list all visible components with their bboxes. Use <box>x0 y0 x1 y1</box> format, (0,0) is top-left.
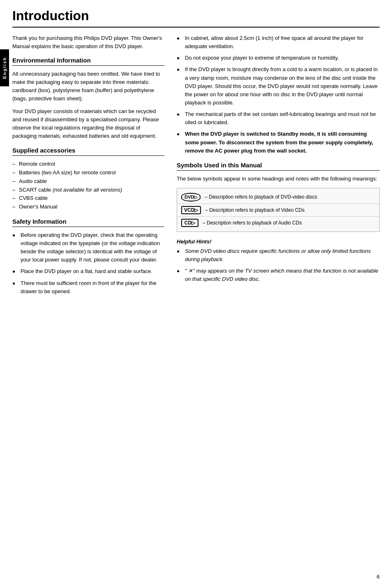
symbol-row-vcd: VCD▷ – Description refers to playback of… <box>177 204 379 217</box>
side-tab-label: English <box>2 57 7 79</box>
helpful-hints-list: Some DVD video discs require specific fu… <box>177 247 380 284</box>
symbol-row-cd: CD▷ – Description refers to playback of … <box>177 217 379 229</box>
right-bullet-list: In cabinet, allow about 2.5cm (1 inch) o… <box>177 34 380 155</box>
list-item: Some DVD video discs require specific fu… <box>177 247 380 264</box>
list-item-bold: When the DVD player is switched to Stand… <box>177 130 380 155</box>
content-area: Introduction Thank you for purchasing th… <box>12 0 380 302</box>
right-column: In cabinet, allow about 2.5cm (1 inch) o… <box>177 34 380 302</box>
list-item: In cabinet, allow about 2.5cm (1 inch) o… <box>177 34 380 51</box>
italic-text: (not available for all versions) <box>53 187 122 193</box>
helpful-hints-section: Helpful Hints! Some DVD video discs requ… <box>177 238 380 284</box>
environmental-section: Environmental Information All unnecessar… <box>12 57 164 140</box>
list-item: There must be sufficient room in front o… <box>12 279 164 296</box>
list-item: Do not expose your player to extreme of … <box>177 54 380 62</box>
symbols-section: Symbols Used in this Manual The below sy… <box>177 162 380 232</box>
vcd-badge: VCD▷ <box>181 206 201 214</box>
list-item: Remote control <box>12 160 164 169</box>
safety-bullet-list: Before operating the DVD player, check t… <box>12 231 164 296</box>
environmental-para1: All unnecessary packaging has been omitt… <box>12 70 164 103</box>
list-item: Owner's Manual <box>12 203 164 211</box>
symbols-heading: Symbols Used in this Manual <box>177 162 380 171</box>
two-column-layout: Thank you for purchasing this Philips DV… <box>12 34 380 302</box>
list-item: Batteries (two AA size) for remote contr… <box>12 169 164 177</box>
list-item: SCART cable (not available for all versi… <box>12 186 164 194</box>
list-item: If the DVD player is brought directly fr… <box>177 65 380 107</box>
list-item: Audio cable <box>12 177 164 186</box>
helpful-hints-title: Helpful Hints! <box>177 238 380 245</box>
supplied-heading: Supplied accessories <box>12 147 164 156</box>
vcd-desc: – Description refers to playback of Vide… <box>205 207 304 213</box>
list-item: Place the DVD player on a flat, hard and… <box>12 267 164 275</box>
supplied-section: Supplied accessories Remote control Batt… <box>12 147 164 211</box>
symbols-intro: The below symbols appear in some heading… <box>177 175 380 183</box>
safety-section: Safety Information Before operating the … <box>12 218 164 296</box>
environmental-heading: Environmental Information <box>12 57 164 66</box>
symbol-row-dvd: DVD▷ – Description refers to playback of… <box>177 191 379 204</box>
page-title: Introduction <box>12 8 380 28</box>
list-item: Before operating the DVD player, check t… <box>12 231 164 264</box>
dvd-badge: DVD▷ <box>181 193 201 201</box>
safety-heading: Safety Information <box>12 218 164 227</box>
list-item: CVBS cable <box>12 194 164 203</box>
environmental-para2: Your DVD player consists of materials wh… <box>12 107 164 141</box>
page-wrapper: English Introduction Thank you for purch… <box>0 0 392 588</box>
supplied-list: Remote control Batteries (two AA size) f… <box>12 160 164 211</box>
page-number: 6 <box>377 574 380 580</box>
list-item: " ✕" may appears on the TV screen which … <box>177 267 380 283</box>
list-item: The mechanical parts of the set contain … <box>177 110 380 127</box>
intro-paragraph: Thank you for purchasing this Philips DV… <box>12 34 164 50</box>
symbols-table: DVD▷ – Description refers to playback of… <box>177 188 380 232</box>
cd-desc: – Description refers to playback of Audi… <box>203 220 302 226</box>
left-column: Thank you for purchasing this Philips DV… <box>12 34 164 302</box>
cd-badge: CD▷ <box>181 219 198 227</box>
dvd-desc: – Description refers to playback of DVD-… <box>205 194 317 200</box>
right-safety-bullets: In cabinet, allow about 2.5cm (1 inch) o… <box>177 34 380 155</box>
side-tab: English <box>0 49 9 86</box>
